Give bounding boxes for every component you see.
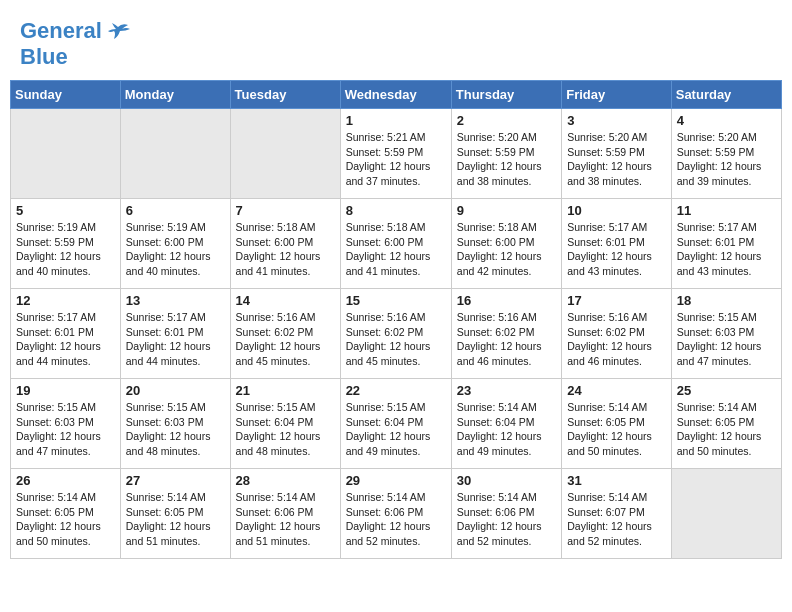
day-number: 26 <box>16 473 115 488</box>
logo-text: GeneralBlue <box>20 18 102 70</box>
day-number: 23 <box>457 383 556 398</box>
day-number: 1 <box>346 113 446 128</box>
calendar-cell: 9Sunrise: 5:18 AM Sunset: 6:00 PM Daylig… <box>451 199 561 289</box>
calendar-cell: 4Sunrise: 5:20 AM Sunset: 5:59 PM Daylig… <box>671 109 781 199</box>
calendar-cell: 8Sunrise: 5:18 AM Sunset: 6:00 PM Daylig… <box>340 199 451 289</box>
day-number: 15 <box>346 293 446 308</box>
day-info: Sunrise: 5:15 AM Sunset: 6:03 PM Dayligh… <box>126 400 225 459</box>
day-number: 19 <box>16 383 115 398</box>
calendar-cell: 28Sunrise: 5:14 AM Sunset: 6:06 PM Dayli… <box>230 469 340 559</box>
calendar-cell: 11Sunrise: 5:17 AM Sunset: 6:01 PM Dayli… <box>671 199 781 289</box>
day-number: 22 <box>346 383 446 398</box>
day-info: Sunrise: 5:14 AM Sunset: 6:06 PM Dayligh… <box>236 490 335 549</box>
calendar-cell: 3Sunrise: 5:20 AM Sunset: 5:59 PM Daylig… <box>562 109 672 199</box>
calendar-cell: 25Sunrise: 5:14 AM Sunset: 6:05 PM Dayli… <box>671 379 781 469</box>
day-number: 18 <box>677 293 776 308</box>
calendar-week-1: 1Sunrise: 5:21 AM Sunset: 5:59 PM Daylig… <box>11 109 782 199</box>
day-info: Sunrise: 5:16 AM Sunset: 6:02 PM Dayligh… <box>457 310 556 369</box>
day-number: 20 <box>126 383 225 398</box>
day-info: Sunrise: 5:16 AM Sunset: 6:02 PM Dayligh… <box>236 310 335 369</box>
day-number: 14 <box>236 293 335 308</box>
logo-bird-icon <box>104 19 132 47</box>
calendar-week-4: 19Sunrise: 5:15 AM Sunset: 6:03 PM Dayli… <box>11 379 782 469</box>
calendar-week-5: 26Sunrise: 5:14 AM Sunset: 6:05 PM Dayli… <box>11 469 782 559</box>
day-number: 9 <box>457 203 556 218</box>
calendar-cell: 7Sunrise: 5:18 AM Sunset: 6:00 PM Daylig… <box>230 199 340 289</box>
calendar-cell: 23Sunrise: 5:14 AM Sunset: 6:04 PM Dayli… <box>451 379 561 469</box>
calendar-cell: 13Sunrise: 5:17 AM Sunset: 6:01 PM Dayli… <box>120 289 230 379</box>
day-number: 27 <box>126 473 225 488</box>
day-info: Sunrise: 5:15 AM Sunset: 6:03 PM Dayligh… <box>16 400 115 459</box>
day-number: 29 <box>346 473 446 488</box>
day-info: Sunrise: 5:14 AM Sunset: 6:06 PM Dayligh… <box>346 490 446 549</box>
day-info: Sunrise: 5:15 AM Sunset: 6:04 PM Dayligh… <box>346 400 446 459</box>
day-number: 3 <box>567 113 666 128</box>
day-info: Sunrise: 5:16 AM Sunset: 6:02 PM Dayligh… <box>567 310 666 369</box>
logo: GeneralBlue <box>20 18 132 70</box>
weekday-header-thursday: Thursday <box>451 81 561 109</box>
calendar-cell: 5Sunrise: 5:19 AM Sunset: 5:59 PM Daylig… <box>11 199 121 289</box>
day-info: Sunrise: 5:14 AM Sunset: 6:07 PM Dayligh… <box>567 490 666 549</box>
calendar-cell: 27Sunrise: 5:14 AM Sunset: 6:05 PM Dayli… <box>120 469 230 559</box>
calendar-cell: 20Sunrise: 5:15 AM Sunset: 6:03 PM Dayli… <box>120 379 230 469</box>
weekday-header-friday: Friday <box>562 81 672 109</box>
calendar-week-3: 12Sunrise: 5:17 AM Sunset: 6:01 PM Dayli… <box>11 289 782 379</box>
day-number: 4 <box>677 113 776 128</box>
day-number: 7 <box>236 203 335 218</box>
day-info: Sunrise: 5:14 AM Sunset: 6:05 PM Dayligh… <box>677 400 776 459</box>
day-number: 10 <box>567 203 666 218</box>
day-info: Sunrise: 5:19 AM Sunset: 6:00 PM Dayligh… <box>126 220 225 279</box>
day-number: 21 <box>236 383 335 398</box>
day-info: Sunrise: 5:19 AM Sunset: 5:59 PM Dayligh… <box>16 220 115 279</box>
calendar-cell: 19Sunrise: 5:15 AM Sunset: 6:03 PM Dayli… <box>11 379 121 469</box>
calendar-week-2: 5Sunrise: 5:19 AM Sunset: 5:59 PM Daylig… <box>11 199 782 289</box>
day-info: Sunrise: 5:21 AM Sunset: 5:59 PM Dayligh… <box>346 130 446 189</box>
calendar-cell: 16Sunrise: 5:16 AM Sunset: 6:02 PM Dayli… <box>451 289 561 379</box>
calendar-cell: 12Sunrise: 5:17 AM Sunset: 6:01 PM Dayli… <box>11 289 121 379</box>
day-number: 12 <box>16 293 115 308</box>
page-header: GeneralBlue <box>10 10 782 74</box>
day-info: Sunrise: 5:17 AM Sunset: 6:01 PM Dayligh… <box>567 220 666 279</box>
calendar-cell <box>120 109 230 199</box>
calendar-cell: 2Sunrise: 5:20 AM Sunset: 5:59 PM Daylig… <box>451 109 561 199</box>
calendar-cell: 14Sunrise: 5:16 AM Sunset: 6:02 PM Dayli… <box>230 289 340 379</box>
day-number: 5 <box>16 203 115 218</box>
day-number: 6 <box>126 203 225 218</box>
calendar-cell <box>230 109 340 199</box>
calendar-table: SundayMondayTuesdayWednesdayThursdayFrid… <box>10 80 782 559</box>
weekday-header-wednesday: Wednesday <box>340 81 451 109</box>
weekday-header-tuesday: Tuesday <box>230 81 340 109</box>
day-number: 31 <box>567 473 666 488</box>
day-number: 16 <box>457 293 556 308</box>
weekday-header-row: SundayMondayTuesdayWednesdayThursdayFrid… <box>11 81 782 109</box>
day-info: Sunrise: 5:20 AM Sunset: 5:59 PM Dayligh… <box>677 130 776 189</box>
day-number: 17 <box>567 293 666 308</box>
weekday-header-saturday: Saturday <box>671 81 781 109</box>
day-number: 2 <box>457 113 556 128</box>
day-info: Sunrise: 5:18 AM Sunset: 6:00 PM Dayligh… <box>346 220 446 279</box>
day-info: Sunrise: 5:15 AM Sunset: 6:03 PM Dayligh… <box>677 310 776 369</box>
calendar-cell: 21Sunrise: 5:15 AM Sunset: 6:04 PM Dayli… <box>230 379 340 469</box>
calendar-cell: 15Sunrise: 5:16 AM Sunset: 6:02 PM Dayli… <box>340 289 451 379</box>
calendar-cell: 29Sunrise: 5:14 AM Sunset: 6:06 PM Dayli… <box>340 469 451 559</box>
day-info: Sunrise: 5:17 AM Sunset: 6:01 PM Dayligh… <box>16 310 115 369</box>
day-info: Sunrise: 5:14 AM Sunset: 6:05 PM Dayligh… <box>126 490 225 549</box>
day-number: 30 <box>457 473 556 488</box>
day-info: Sunrise: 5:20 AM Sunset: 5:59 PM Dayligh… <box>567 130 666 189</box>
calendar-cell: 1Sunrise: 5:21 AM Sunset: 5:59 PM Daylig… <box>340 109 451 199</box>
day-info: Sunrise: 5:17 AM Sunset: 6:01 PM Dayligh… <box>126 310 225 369</box>
day-number: 24 <box>567 383 666 398</box>
calendar-cell: 10Sunrise: 5:17 AM Sunset: 6:01 PM Dayli… <box>562 199 672 289</box>
calendar-cell: 26Sunrise: 5:14 AM Sunset: 6:05 PM Dayli… <box>11 469 121 559</box>
day-info: Sunrise: 5:14 AM Sunset: 6:05 PM Dayligh… <box>567 400 666 459</box>
day-number: 13 <box>126 293 225 308</box>
weekday-header-monday: Monday <box>120 81 230 109</box>
calendar-cell: 18Sunrise: 5:15 AM Sunset: 6:03 PM Dayli… <box>671 289 781 379</box>
day-info: Sunrise: 5:14 AM Sunset: 6:06 PM Dayligh… <box>457 490 556 549</box>
day-info: Sunrise: 5:14 AM Sunset: 6:05 PM Dayligh… <box>16 490 115 549</box>
day-info: Sunrise: 5:17 AM Sunset: 6:01 PM Dayligh… <box>677 220 776 279</box>
day-info: Sunrise: 5:20 AM Sunset: 5:59 PM Dayligh… <box>457 130 556 189</box>
calendar-cell: 24Sunrise: 5:14 AM Sunset: 6:05 PM Dayli… <box>562 379 672 469</box>
day-number: 11 <box>677 203 776 218</box>
day-info: Sunrise: 5:14 AM Sunset: 6:04 PM Dayligh… <box>457 400 556 459</box>
